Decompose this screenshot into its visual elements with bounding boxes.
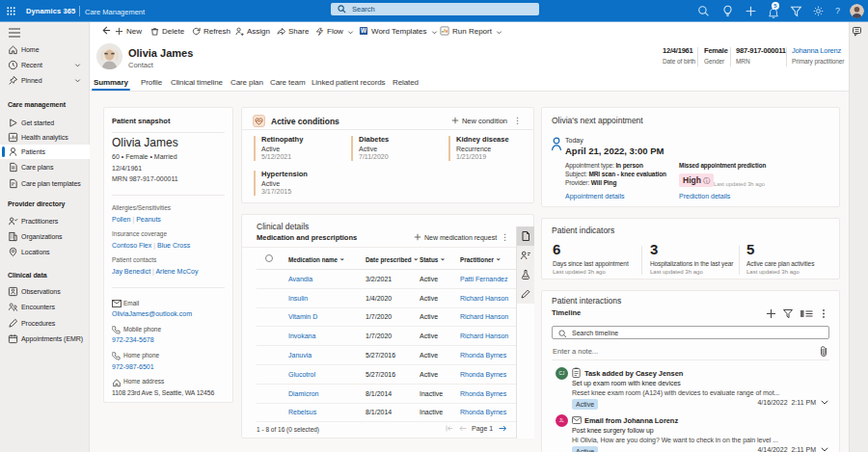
- svg-text:W: W: [361, 27, 366, 34]
